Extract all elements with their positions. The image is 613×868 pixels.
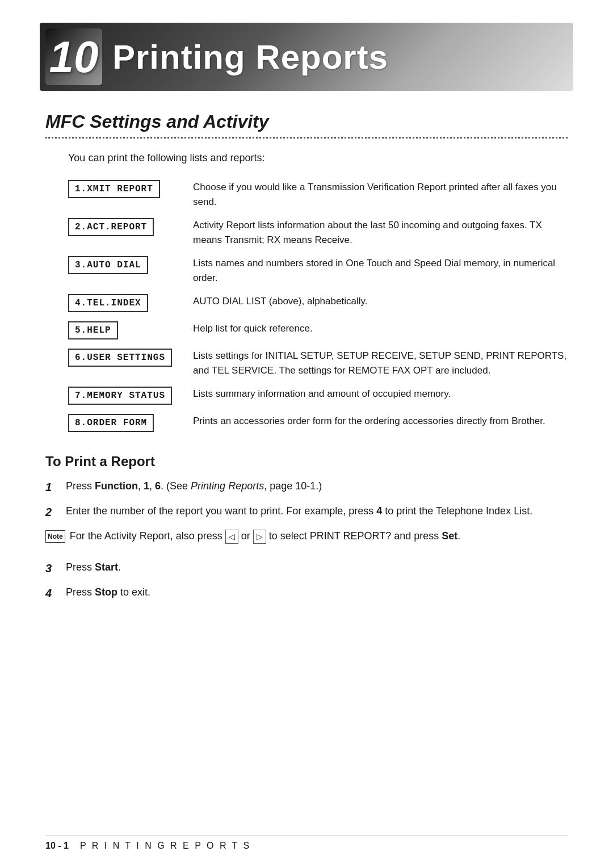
step-2: 2 Enter the number of the report you wan… [45,504,568,521]
step-3: 3 Press Start. [45,560,568,577]
step-text-1: Press Function, 1, 6. (See Printing Repo… [66,479,568,494]
menu-desc-7: Prints an accessories order form for the… [193,409,568,437]
menu-desc-6: Lists summary information and amount of … [193,382,568,409]
menu-desc-3: AUTO DIAL LIST (above), alphabetically. [193,290,568,317]
chapter-number-block: 10 [45,28,102,85]
menu-box-3: 4.TEL.INDEX [68,294,148,312]
step1-bold-6: 6 [155,480,161,492]
menu-code-cell-7: 8.ORDER FORM [45,409,193,437]
arrow-left-icon: ◁ [225,530,238,544]
note-bold-set: Set [442,530,457,542]
step1-italic: Printing Reports [191,480,264,492]
menu-row-1: 2.ACT.REPORT Activity Report lists infor… [45,213,568,251]
footer-page-number: 10 - 1 [45,841,69,851]
menu-code-cell-5: 6.USER SETTINGS [45,344,193,382]
menu-code-cell-0: 1.XMIT REPORT [45,175,193,213]
menu-row-5: 6.USER SETTINGS Lists settings for INITI… [45,344,568,382]
menu-box-1: 2.ACT.REPORT [68,218,154,236]
menu-desc-4: Help list for quick reference. [193,317,568,344]
step4-bold-stop: Stop [95,586,117,598]
menu-box-2: 3.AUTO DIAL [68,256,148,274]
menu-box-5: 6.USER SETTINGS [68,349,172,367]
step3-bold-start: Start [95,561,118,573]
note-label: Note [45,530,65,543]
menu-desc-5: Lists settings for INITIAL SETUP, SETUP … [193,344,568,382]
menu-row-7: 8.ORDER FORM Prints an accessories order… [45,409,568,437]
step-number-2: 2 [45,504,66,521]
menu-row-6: 7.MEMORY STATUS Lists summary informatio… [45,382,568,409]
step-number-1: 1 [45,479,66,496]
menu-box-6: 7.MEMORY STATUS [68,387,172,405]
note-text: For the Activity Report, also press ◁ or… [70,529,461,544]
step-1: 1 Press Function, 1, 6. (See Printing Re… [45,479,568,496]
dotted-separator [45,137,568,139]
section-heading: MFC Settings and Activity [45,111,568,132]
page: 10 Printing Reports MFC Settings and Act… [0,0,613,868]
menu-code-cell-2: 3.AUTO DIAL [45,251,193,290]
note-item: Note For the Activity Report, also press… [45,529,568,552]
step-4: 4 Press Stop to exit. [45,585,568,602]
menu-row-3: 4.TEL.INDEX AUTO DIAL LIST (above), alph… [45,290,568,317]
menu-row-4: 5.HELP Help list for quick reference. [45,317,568,344]
chapter-title: Printing Reports [112,37,388,77]
menu-code-cell-1: 2.ACT.REPORT [45,213,193,251]
menu-desc-0: Choose if you would like a Transmission … [193,175,568,213]
chapter-header: 10 Printing Reports [40,23,573,91]
menu-box-7: 8.ORDER FORM [68,414,154,432]
menu-box-4: 5.HELP [68,321,118,339]
step1-bold-1: 1 [144,480,149,492]
menu-code-cell-4: 5.HELP [45,317,193,344]
menu-desc-1: Activity Report lists information about … [193,213,568,251]
step-text-4: Press Stop to exit. [66,585,568,600]
menu-desc-2: Lists names and numbers stored in One To… [193,251,568,290]
step-text-2: Enter the number of the report you want … [66,504,568,519]
menu-table: 1.XMIT REPORT Choose if you would like a… [45,175,568,437]
menu-box-0: 1.XMIT REPORT [68,180,160,198]
intro-text: You can print the following lists and re… [68,152,568,164]
footer-chapter-name: P R I N T I N G R E P O R T S [80,841,251,851]
step-number-3: 3 [45,560,66,577]
note-row: Note For the Activity Report, also press… [45,529,460,544]
step2-bold-4: 4 [376,505,382,517]
chapter-number: 10 [49,35,99,79]
menu-code-cell-3: 4.TEL.INDEX [45,290,193,317]
step-text-3: Press Start. [66,560,568,575]
menu-row-0: 1.XMIT REPORT Choose if you would like a… [45,175,568,213]
steps-list: 1 Press Function, 1, 6. (See Printing Re… [45,479,568,602]
subsection-heading: To Print a Report [45,454,568,469]
arrow-right-icon: ▷ [253,530,266,544]
step1-bold-function: Function [95,480,138,492]
menu-code-cell-6: 7.MEMORY STATUS [45,382,193,409]
step-number-4: 4 [45,585,66,602]
menu-row-2: 3.AUTO DIAL Lists names and numbers stor… [45,251,568,290]
page-footer: 10 - 1 P R I N T I N G R E P O R T S [45,836,568,851]
